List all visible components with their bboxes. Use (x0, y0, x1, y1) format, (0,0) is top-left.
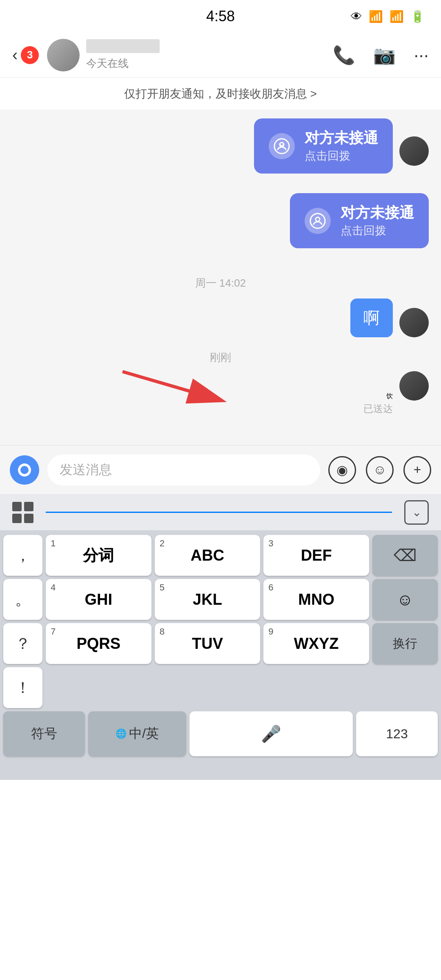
status-time: 4:58 (206, 8, 235, 25)
back-arrow-icon: ‹ (12, 46, 18, 64)
keyboard-hide-icon: ⌄ (412, 506, 421, 519)
keyboard-apps-icon[interactable] (12, 502, 33, 523)
message-bubble-2: 饮 (386, 392, 393, 401)
missed-call-subtitle-2: 点击回拨 (341, 223, 414, 238)
key-6-label: MNO (298, 591, 334, 608)
num-label: 123 (386, 726, 408, 742)
contact-name (86, 39, 160, 53)
key-emoji[interactable]: ☺ (372, 579, 438, 620)
key-2-num: 2 (160, 538, 165, 549)
key-123[interactable]: 123 (356, 711, 438, 756)
key-7-label: PQRS (76, 635, 120, 653)
chat-header: ‹ 3 今天在线 📞 📷 ··· (0, 33, 441, 78)
missed-call-row-1[interactable]: ✕ 对方未接通 点击回拨 (12, 118, 429, 183)
chat-area: ✕ 对方未接通 点击回拨 对方未接通 (0, 110, 441, 445)
notification-arrow-icon: > (310, 87, 317, 100)
key-3-label: DEF (301, 547, 332, 564)
key-delete[interactable]: ⌫ (372, 535, 438, 576)
chinese-label: 中/英 (129, 725, 159, 743)
sender-avatar-1 (399, 136, 429, 166)
key-8-tuv[interactable]: 8 TUV (155, 623, 261, 664)
emoji-button[interactable]: ☺ (366, 456, 394, 484)
key-6-mno[interactable]: 6 MNO (263, 579, 369, 620)
message-row-2: 饮 已送达 (12, 371, 429, 415)
key-question[interactable]: ？ (3, 623, 42, 664)
key-3-num: 3 (268, 538, 273, 549)
key-8-num: 8 (160, 626, 165, 637)
input-bar: 发送消息 ◉ ☺ + (0, 445, 441, 494)
sender-avatar-msg2 (399, 371, 429, 401)
missed-call-bubble-2[interactable]: 对方未接通 点击回拨 (290, 193, 429, 248)
key-5-label: JKL (193, 591, 222, 608)
emoji-face-icon: ☺ (397, 590, 414, 609)
contact-avatar (47, 39, 80, 71)
key-1-fenci[interactable]: 1 分词 (46, 535, 151, 576)
key-9-num: 9 (268, 626, 273, 637)
keyboard-top-bar: ⌄ (0, 494, 441, 531)
symbol-label: 符号 (31, 725, 57, 743)
missed-call-text-1: 对方未接通 点击回拨 (305, 128, 378, 164)
voice-wave-button[interactable]: ◉ (328, 456, 356, 484)
keyboard-main-row-3: 7 PQRS 8 TUV 9 WXYZ (46, 623, 369, 664)
keyboard-bottom-row: 符号 🌐 中/英 🎤 123 (0, 711, 441, 756)
key-2-abc[interactable]: 2 ABC (155, 535, 261, 576)
key-5-jkl[interactable]: 5 JKL (155, 579, 261, 620)
key-6-num: 6 (268, 582, 273, 593)
key-symbol[interactable]: 符号 (3, 711, 85, 756)
key-punct-col-2: 。 (3, 579, 42, 620)
voice-button[interactable] (10, 455, 39, 485)
notification-text: 仅打开朋友通知，及时接收朋友消息 (124, 86, 307, 102)
mic-icon: 🎤 (261, 724, 281, 744)
keyboard-cursor (46, 512, 392, 513)
header-actions: 📞 📷 ··· (333, 45, 429, 66)
keyboard-main-row-4 (46, 667, 369, 708)
message-input[interactable]: 发送消息 (47, 454, 320, 486)
add-button[interactable]: + (403, 456, 431, 484)
phone-icon[interactable]: 📞 (333, 45, 355, 66)
voice-button-inner (18, 463, 31, 477)
message-row-1: 啊 (12, 298, 429, 337)
key-chinese[interactable]: 🌐 中/英 (88, 711, 186, 756)
keyboard-hide-button[interactable]: ⌄ (404, 500, 429, 525)
key-right-col-3: 换行 (372, 623, 438, 664)
missed-call-title-2: 对方未接通 (341, 203, 414, 223)
enter-label: 换行 (393, 635, 417, 652)
key-period[interactable]: 。 (3, 579, 42, 620)
key-8-label: TUV (192, 635, 223, 653)
key-7-pqrs[interactable]: 7 PQRS (46, 623, 151, 664)
voice-wave-icon: ◉ (336, 462, 348, 478)
notification-banner[interactable]: 仅打开朋友通知，及时接收朋友消息 > (0, 78, 441, 110)
emoji-icon: ☺ (373, 462, 387, 477)
key-space[interactable]: 🎤 (189, 711, 353, 756)
missed-call-icon-2 (305, 208, 331, 234)
keyboard-main-row-1: 1 分词 2 ABC 3 DEF (46, 535, 369, 576)
signal-icon: 📶 (390, 10, 404, 23)
back-button[interactable]: ‹ 3 (12, 46, 39, 64)
key-9-label: WXYZ (294, 635, 339, 653)
key-3-def[interactable]: 3 DEF (263, 535, 369, 576)
key-4-label: GHI (85, 591, 113, 608)
delivered-row: 饮 (386, 371, 429, 401)
keyboard-main-row-2: 4 GHI 5 JKL 6 MNO (46, 579, 369, 620)
more-icon[interactable]: ··· (414, 45, 429, 65)
keyboard-row-3: ？ 7 PQRS 8 TUV 9 WXYZ 换行 (0, 620, 441, 664)
key-4-ghi[interactable]: 4 GHI (46, 579, 151, 620)
key-2-label: ABC (191, 547, 224, 564)
key-5-num: 5 (160, 582, 165, 593)
key-punct-col: ， (3, 535, 42, 576)
key-9-wxyz[interactable]: 9 WXYZ (263, 623, 369, 664)
missed-call-row-2[interactable]: 对方未接通 点击回拨 (12, 193, 429, 258)
key-exclaim[interactable]: ！ (3, 667, 42, 708)
eye-icon: 👁 (351, 10, 362, 23)
key-right-col-2: ☺ (372, 579, 438, 620)
key-punct-col-3: ？ (3, 623, 42, 664)
missed-call-icon-1: ✕ (269, 133, 295, 159)
key-comma[interactable]: ， (3, 535, 42, 576)
battery-icon: 🔋 (410, 10, 425, 23)
key-right-col-4 (372, 667, 438, 708)
message-placeholder: 发送消息 (60, 461, 112, 479)
missed-call-bubble-1[interactable]: ✕ 对方未接通 点击回拨 (254, 118, 393, 174)
video-icon[interactable]: 📷 (373, 45, 396, 66)
key-enter[interactable]: 换行 (372, 623, 438, 664)
key-1-label: 分词 (83, 545, 114, 566)
